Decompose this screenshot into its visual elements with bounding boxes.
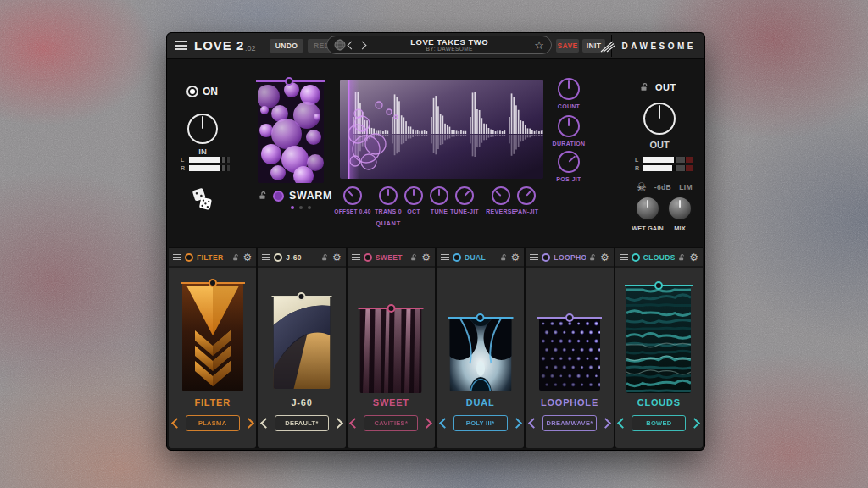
- module-preset-box[interactable]: POLY III*: [453, 415, 508, 431]
- module-macro-handle[interactable]: [654, 281, 663, 290]
- module-preset-box[interactable]: CAVITIES*: [364, 415, 418, 431]
- output-meter-left: L: [635, 157, 693, 163]
- limiter-threshold[interactable]: -6dB: [654, 183, 672, 191]
- brand-name: DAWESOME: [622, 42, 696, 51]
- swarm-source-icon[interactable]: [273, 191, 284, 202]
- wet-gain-knob[interactable]: [635, 196, 660, 221]
- module-state-icon[interactable]: [185, 253, 193, 262]
- desktop-background: LOVE 2 .02 UNDO REDO LOVE TAKES TWO BY: …: [0, 0, 868, 488]
- module-state-icon[interactable]: [632, 253, 640, 262]
- module-settings-icon[interactable]: ⚙: [421, 252, 431, 263]
- tune-jit-label: TUNE-JIT: [444, 208, 485, 214]
- module-preset-box[interactable]: DEFAULT*: [275, 415, 329, 431]
- output-meter-right: R: [635, 165, 693, 171]
- limiter-label[interactable]: LIM: [679, 183, 693, 191]
- swarm-label: SWARM: [289, 190, 332, 202]
- trans-knob[interactable]: [379, 186, 398, 205]
- module-preset-prev[interactable]: [260, 418, 271, 429]
- count-label: COUNT: [543, 103, 594, 109]
- module-lock-open-icon[interactable]: [589, 253, 597, 262]
- module-state-icon[interactable]: [364, 253, 372, 262]
- j60-artwork: [273, 297, 330, 389]
- module-state-icon[interactable]: [274, 253, 282, 262]
- module-macro-handle[interactable]: [298, 292, 306, 301]
- input-gain-knob[interactable]: [187, 114, 218, 144]
- module-menu-icon[interactable]: [262, 254, 270, 261]
- module-preset-next[interactable]: [689, 418, 700, 429]
- module-title: FILTER: [169, 397, 256, 408]
- module-settings-icon[interactable]: ⚙: [511, 252, 520, 263]
- preset-globe-icon[interactable]: [334, 39, 346, 51]
- module-menu-icon[interactable]: [352, 254, 360, 261]
- oct-knob[interactable]: [404, 186, 423, 205]
- module-macro-handle[interactable]: [476, 313, 485, 322]
- module-menu-icon[interactable]: [530, 254, 538, 261]
- filter-artwork: [182, 283, 243, 391]
- favorite-star-icon[interactable]: ☆: [534, 39, 544, 52]
- loophole-artwork: [539, 318, 600, 391]
- module-j60: J-60 ⚙: [258, 248, 345, 448]
- reverse-knob[interactable]: [492, 186, 510, 205]
- module-menu-icon[interactable]: [173, 254, 181, 261]
- module-state-icon[interactable]: [453, 253, 461, 262]
- pan-jit-knob[interactable]: [517, 186, 536, 205]
- module-preset-box[interactable]: DREAMWAVE*: [542, 415, 597, 431]
- brand-feather-icon: [599, 40, 616, 53]
- module-lock-open-icon[interactable]: [321, 253, 329, 262]
- module-lock-open-icon[interactable]: [678, 253, 686, 262]
- module-filter: FILTER ⚙: [169, 248, 256, 448]
- module-preset-next[interactable]: [332, 418, 343, 429]
- dice-randomize-icon[interactable]: [191, 186, 214, 213]
- module-lock-open-icon[interactable]: [410, 253, 418, 262]
- output-gain-knob[interactable]: [643, 103, 676, 135]
- module-title: J-60: [258, 397, 345, 408]
- input-gain-label: IN: [190, 147, 215, 156]
- tune-knob[interactable]: [430, 186, 448, 205]
- module-preset-next[interactable]: [511, 418, 522, 429]
- save-button[interactable]: SAVE: [556, 39, 579, 53]
- module-preset-next[interactable]: [600, 418, 611, 429]
- module-settings-icon[interactable]: ⚙: [332, 252, 342, 263]
- module-preset-prev[interactable]: [439, 418, 450, 429]
- module-preset-prev[interactable]: [349, 418, 360, 429]
- module-state-icon[interactable]: [542, 253, 550, 262]
- module-settings-icon[interactable]: ⚙: [689, 252, 698, 263]
- module-settings-icon[interactable]: ⚙: [600, 252, 609, 263]
- mix-knob[interactable]: [667, 196, 693, 221]
- module-preset-prev[interactable]: [171, 418, 182, 429]
- module-preset-prev[interactable]: [528, 418, 539, 429]
- module-macro-handle[interactable]: [565, 313, 574, 322]
- tune-jit-knob[interactable]: [455, 186, 474, 205]
- offset-knob[interactable]: [343, 186, 362, 205]
- module-header-name: J-60: [286, 253, 302, 262]
- module-lock-open-icon[interactable]: [500, 253, 508, 262]
- count-knob[interactable]: [558, 78, 580, 100]
- pos-jit-knob[interactable]: [558, 151, 580, 173]
- power-toggle[interactable]: [186, 86, 198, 97]
- module-lock-open-icon[interactable]: [232, 253, 240, 262]
- out-lock-open-icon[interactable]: [640, 82, 649, 92]
- module-title: CLOUDS: [615, 397, 703, 408]
- titlebar: LOVE 2 .02 UNDO REDO LOVE TAKES TWO BY: …: [167, 33, 704, 59]
- module-settings-icon[interactable]: ⚙: [243, 252, 253, 263]
- limiter-skull-icon[interactable]: ☠: [637, 180, 647, 193]
- duration-knob[interactable]: [558, 115, 580, 137]
- module-macro-handle[interactable]: [387, 304, 395, 313]
- swarm-page-dots[interactable]: [291, 206, 311, 209]
- module-title: LOOPHOLE: [526, 397, 613, 408]
- module-preset-next[interactable]: [421, 418, 432, 429]
- module-macro-handle[interactable]: [209, 279, 217, 287]
- module-preset-box[interactable]: BOWED: [632, 415, 686, 431]
- module-preset-box[interactable]: PLASMA: [186, 415, 240, 431]
- module-menu-icon[interactable]: [620, 254, 628, 261]
- swarm-macro-handle[interactable]: [285, 77, 293, 86]
- preset-browser[interactable]: LOVE TAKES TWO BY: DAWESOME ☆: [326, 36, 552, 54]
- module-preset-next[interactable]: [243, 418, 254, 429]
- main-menu-icon[interactable]: [175, 41, 187, 50]
- module-menu-icon[interactable]: [441, 254, 449, 261]
- swarm-lock-open-icon[interactable]: [259, 191, 268, 201]
- module-preset-prev[interactable]: [617, 418, 628, 429]
- undo-button[interactable]: UNDO: [270, 39, 303, 53]
- preset-next-icon[interactable]: [359, 41, 367, 49]
- preset-prev-icon[interactable]: [348, 41, 356, 49]
